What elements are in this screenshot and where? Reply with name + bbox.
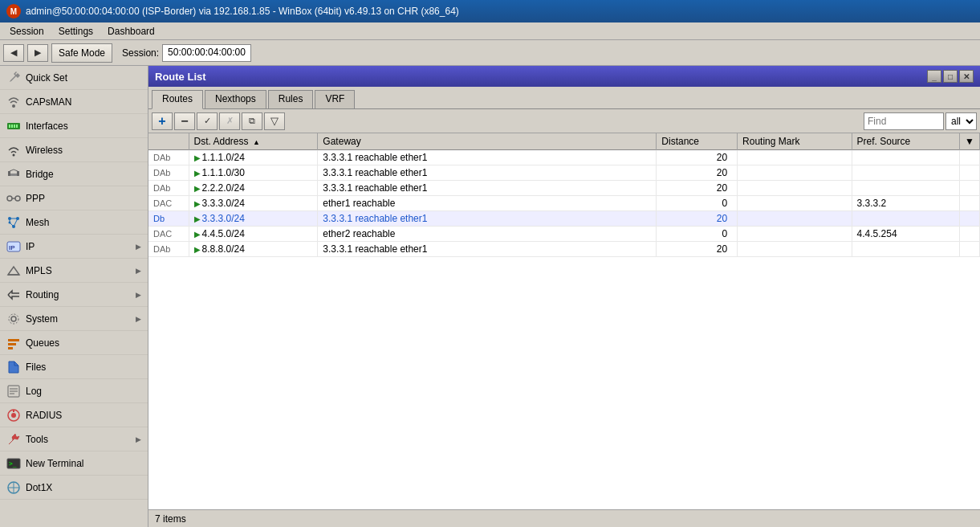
find-select[interactable]: all (945, 112, 977, 130)
sidebar-item-mpls[interactable]: MPLS (0, 259, 148, 283)
tab-routes[interactable]: Routes (152, 90, 203, 109)
sidebar-item-ip[interactable]: IP IP (0, 235, 148, 259)
row-extra (960, 242, 980, 257)
row-dst: ▶3.3.3.0/24 (189, 196, 318, 211)
svg-line-10 (10, 170, 14, 171)
table-row[interactable]: DAb▶8.8.8.0/243.3.3.1 reachable ether120 (148, 242, 980, 257)
sidebar-item-files[interactable]: Files (0, 355, 148, 379)
row-label: DAC (148, 227, 189, 242)
sidebar-item-new-terminal[interactable]: >_ New Terminal (0, 451, 148, 476)
menu-session[interactable]: Session (3, 24, 51, 39)
row-label: DAb (148, 165, 189, 181)
main-toolbar: ◀ ▶ Safe Mode Session: 50:00:00:04:00:00 (0, 40, 980, 66)
svg-point-13 (15, 196, 20, 201)
row-dst: ▶2.2.2.0/24 (189, 181, 318, 196)
minimize-button[interactable]: _ (927, 70, 941, 83)
tabs-bar: Routes Nexthops Rules VRF (148, 87, 980, 109)
sidebar-label-mpls: MPLS (26, 265, 52, 276)
table-row[interactable]: DAC▶4.4.5.0/24ether2 reachable04.4.5.254 (148, 227, 980, 242)
remove-button[interactable]: − (174, 112, 195, 130)
menu-settings[interactable]: Settings (52, 24, 100, 39)
sidebar-label-capsman: CAPsMAN (26, 96, 71, 108)
col-dropdown[interactable]: ▼ (960, 133, 980, 150)
row-distance: 0 (657, 227, 738, 242)
row-label: Db (148, 211, 189, 227)
tab-vrf[interactable]: VRF (315, 90, 355, 108)
table-row[interactable]: DAC▶3.3.3.0/24ether1 reachable03.3.3.2 (148, 196, 980, 211)
row-routing-mark (738, 242, 852, 257)
svg-rect-3 (11, 125, 13, 128)
sidebar-item-tools[interactable]: Tools (0, 427, 148, 451)
row-gateway: 3.3.3.1 reachable ether1 (318, 242, 657, 257)
row-label: DAb (148, 242, 189, 257)
find-input[interactable] (864, 112, 944, 130)
table-header-row: Dst. Address ▲ Gateway Distance Routing … (148, 133, 980, 150)
row-distance: 20 (657, 242, 738, 257)
sidebar-item-capsman[interactable]: CAPsMAN (0, 90, 148, 114)
sidebar-item-system[interactable]: System (0, 307, 148, 331)
bridge-icon (6, 167, 21, 182)
svg-point-36 (11, 413, 16, 418)
row-extra (960, 165, 980, 181)
sidebar-item-queues[interactable]: Queues (0, 331, 148, 355)
sidebar-item-routing[interactable]: Routing (0, 283, 148, 307)
enable-button[interactable]: ✓ (197, 112, 218, 130)
sidebar-item-radius[interactable]: RADIUS (0, 403, 148, 427)
ppp-icon (6, 191, 21, 206)
wrench-icon (6, 71, 21, 85)
sidebar-item-interfaces[interactable]: Interfaces (0, 114, 148, 138)
col-dst[interactable]: Dst. Address ▲ (189, 133, 318, 150)
safe-mode-button[interactable]: Safe Mode (51, 43, 112, 63)
row-dst: ▶4.4.5.0/24 (189, 227, 318, 242)
svg-text:>_: >_ (9, 460, 17, 468)
window-controls: _ □ ✕ (927, 70, 974, 83)
menu-dashboard[interactable]: Dashboard (101, 24, 161, 39)
table-row[interactable]: Db▶3.3.3.0/243.3.3.1 reachable ether120 (148, 211, 980, 227)
sidebar-label-interfaces: Interfaces (26, 121, 68, 132)
back-button[interactable]: ◀ (3, 44, 24, 62)
col-routing-mark[interactable]: Routing Mark (738, 133, 852, 150)
sidebar-item-wireless[interactable]: Wireless (0, 138, 148, 162)
dot1x-icon (6, 480, 21, 495)
row-pref-source: 3.3.3.2 (852, 196, 960, 211)
row-extra (960, 181, 980, 196)
table-row[interactable]: DAb▶1.1.1.0/243.3.3.1 reachable ether120 (148, 150, 980, 165)
sidebar-item-mesh[interactable]: Mesh (0, 210, 148, 235)
mpls-icon (6, 264, 21, 278)
tab-rules[interactable]: Rules (268, 90, 314, 108)
svg-rect-9 (17, 171, 19, 176)
add-button[interactable]: + (152, 112, 173, 130)
disable-button[interactable]: ✗ (219, 112, 240, 130)
row-gateway: 3.3.3.1 reachable ether1 (318, 211, 657, 227)
col-pref-source[interactable]: Pref. Source (852, 133, 960, 150)
row-extra (960, 227, 980, 242)
sidebar-item-ppp[interactable]: PPP (0, 186, 148, 210)
maximize-button[interactable]: □ (943, 70, 958, 83)
session-value: 50:00:00:04:00:00 (162, 44, 251, 62)
table-row[interactable]: DAb▶2.2.2.0/243.3.3.1 reachable ether120 (148, 181, 980, 196)
sidebar-item-log[interactable]: Log (0, 379, 148, 403)
row-gateway: ether2 reachable (318, 227, 657, 242)
col-label[interactable] (148, 133, 189, 150)
filter-button[interactable]: ▽ (264, 112, 285, 130)
routing-icon (6, 288, 21, 302)
tab-nexthops[interactable]: Nexthops (205, 90, 266, 108)
wireless-icon (6, 143, 21, 157)
row-label: DAb (148, 150, 189, 165)
col-gateway[interactable]: Gateway (318, 133, 657, 150)
row-label: DAC (148, 196, 189, 211)
sidebar-label-files: Files (26, 362, 46, 373)
queues-icon (6, 336, 21, 350)
row-extra (960, 211, 980, 227)
menu-bar: Session Settings Dashboard (0, 22, 980, 40)
forward-button[interactable]: ▶ (27, 44, 48, 62)
sidebar-item-dot1x[interactable]: Dot1X (0, 476, 148, 500)
sidebar-item-bridge[interactable]: Bridge (0, 162, 148, 186)
col-distance[interactable]: Distance (657, 133, 738, 150)
tools-icon (6, 432, 21, 447)
sidebar-item-quick-set[interactable]: Quick Set (0, 66, 148, 90)
close-button[interactable]: ✕ (959, 70, 974, 83)
app-logo: M (6, 4, 21, 18)
table-row[interactable]: DAb▶1.1.1.0/303.3.3.1 reachable ether120 (148, 165, 980, 181)
copy-button[interactable]: ⧉ (242, 112, 262, 130)
